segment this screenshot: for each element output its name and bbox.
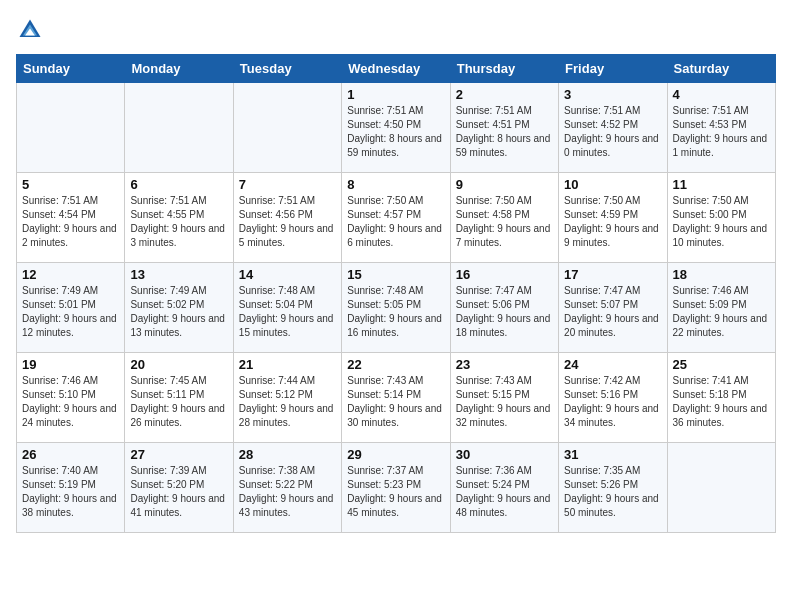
day-number: 11 bbox=[673, 177, 770, 192]
calendar-week-row: 26Sunrise: 7:40 AM Sunset: 5:19 PM Dayli… bbox=[17, 443, 776, 533]
day-info: Sunrise: 7:41 AM Sunset: 5:18 PM Dayligh… bbox=[673, 374, 770, 430]
day-info: Sunrise: 7:40 AM Sunset: 5:19 PM Dayligh… bbox=[22, 464, 119, 520]
calendar-cell: 30Sunrise: 7:36 AM Sunset: 5:24 PM Dayli… bbox=[450, 443, 558, 533]
calendar-cell: 1Sunrise: 7:51 AM Sunset: 4:50 PM Daylig… bbox=[342, 83, 450, 173]
day-info: Sunrise: 7:50 AM Sunset: 4:57 PM Dayligh… bbox=[347, 194, 444, 250]
calendar-cell bbox=[17, 83, 125, 173]
day-number: 19 bbox=[22, 357, 119, 372]
calendar-cell: 21Sunrise: 7:44 AM Sunset: 5:12 PM Dayli… bbox=[233, 353, 341, 443]
day-number: 22 bbox=[347, 357, 444, 372]
calendar-table: SundayMondayTuesdayWednesdayThursdayFrid… bbox=[16, 54, 776, 533]
calendar-cell: 8Sunrise: 7:50 AM Sunset: 4:57 PM Daylig… bbox=[342, 173, 450, 263]
calendar-cell: 11Sunrise: 7:50 AM Sunset: 5:00 PM Dayli… bbox=[667, 173, 775, 263]
day-number: 21 bbox=[239, 357, 336, 372]
day-number: 29 bbox=[347, 447, 444, 462]
calendar-cell: 7Sunrise: 7:51 AM Sunset: 4:56 PM Daylig… bbox=[233, 173, 341, 263]
calendar-cell: 10Sunrise: 7:50 AM Sunset: 4:59 PM Dayli… bbox=[559, 173, 667, 263]
weekday-header: Tuesday bbox=[233, 55, 341, 83]
calendar-cell: 5Sunrise: 7:51 AM Sunset: 4:54 PM Daylig… bbox=[17, 173, 125, 263]
day-number: 2 bbox=[456, 87, 553, 102]
calendar-week-row: 19Sunrise: 7:46 AM Sunset: 5:10 PM Dayli… bbox=[17, 353, 776, 443]
day-info: Sunrise: 7:45 AM Sunset: 5:11 PM Dayligh… bbox=[130, 374, 227, 430]
weekday-header: Wednesday bbox=[342, 55, 450, 83]
day-number: 26 bbox=[22, 447, 119, 462]
calendar-cell: 25Sunrise: 7:41 AM Sunset: 5:18 PM Dayli… bbox=[667, 353, 775, 443]
calendar-cell bbox=[233, 83, 341, 173]
calendar-week-row: 12Sunrise: 7:49 AM Sunset: 5:01 PM Dayli… bbox=[17, 263, 776, 353]
day-info: Sunrise: 7:50 AM Sunset: 5:00 PM Dayligh… bbox=[673, 194, 770, 250]
day-number: 17 bbox=[564, 267, 661, 282]
calendar-cell: 23Sunrise: 7:43 AM Sunset: 5:15 PM Dayli… bbox=[450, 353, 558, 443]
day-info: Sunrise: 7:38 AM Sunset: 5:22 PM Dayligh… bbox=[239, 464, 336, 520]
day-info: Sunrise: 7:48 AM Sunset: 5:05 PM Dayligh… bbox=[347, 284, 444, 340]
day-info: Sunrise: 7:50 AM Sunset: 4:58 PM Dayligh… bbox=[456, 194, 553, 250]
day-number: 31 bbox=[564, 447, 661, 462]
calendar-cell: 22Sunrise: 7:43 AM Sunset: 5:14 PM Dayli… bbox=[342, 353, 450, 443]
calendar-cell: 4Sunrise: 7:51 AM Sunset: 4:53 PM Daylig… bbox=[667, 83, 775, 173]
weekday-header: Thursday bbox=[450, 55, 558, 83]
day-info: Sunrise: 7:46 AM Sunset: 5:09 PM Dayligh… bbox=[673, 284, 770, 340]
calendar-cell: 17Sunrise: 7:47 AM Sunset: 5:07 PM Dayli… bbox=[559, 263, 667, 353]
calendar-cell: 12Sunrise: 7:49 AM Sunset: 5:01 PM Dayli… bbox=[17, 263, 125, 353]
calendar-week-row: 5Sunrise: 7:51 AM Sunset: 4:54 PM Daylig… bbox=[17, 173, 776, 263]
calendar-cell bbox=[667, 443, 775, 533]
day-info: Sunrise: 7:39 AM Sunset: 5:20 PM Dayligh… bbox=[130, 464, 227, 520]
day-info: Sunrise: 7:37 AM Sunset: 5:23 PM Dayligh… bbox=[347, 464, 444, 520]
day-number: 13 bbox=[130, 267, 227, 282]
day-info: Sunrise: 7:43 AM Sunset: 5:15 PM Dayligh… bbox=[456, 374, 553, 430]
day-info: Sunrise: 7:51 AM Sunset: 4:53 PM Dayligh… bbox=[673, 104, 770, 160]
calendar-cell: 28Sunrise: 7:38 AM Sunset: 5:22 PM Dayli… bbox=[233, 443, 341, 533]
day-info: Sunrise: 7:49 AM Sunset: 5:01 PM Dayligh… bbox=[22, 284, 119, 340]
day-number: 25 bbox=[673, 357, 770, 372]
day-info: Sunrise: 7:51 AM Sunset: 4:55 PM Dayligh… bbox=[130, 194, 227, 250]
day-info: Sunrise: 7:51 AM Sunset: 4:50 PM Dayligh… bbox=[347, 104, 444, 160]
day-info: Sunrise: 7:35 AM Sunset: 5:26 PM Dayligh… bbox=[564, 464, 661, 520]
day-info: Sunrise: 7:46 AM Sunset: 5:10 PM Dayligh… bbox=[22, 374, 119, 430]
day-number: 6 bbox=[130, 177, 227, 192]
day-number: 18 bbox=[673, 267, 770, 282]
day-number: 10 bbox=[564, 177, 661, 192]
calendar-body: 1Sunrise: 7:51 AM Sunset: 4:50 PM Daylig… bbox=[17, 83, 776, 533]
day-info: Sunrise: 7:44 AM Sunset: 5:12 PM Dayligh… bbox=[239, 374, 336, 430]
day-info: Sunrise: 7:36 AM Sunset: 5:24 PM Dayligh… bbox=[456, 464, 553, 520]
day-info: Sunrise: 7:51 AM Sunset: 4:54 PM Dayligh… bbox=[22, 194, 119, 250]
day-info: Sunrise: 7:51 AM Sunset: 4:52 PM Dayligh… bbox=[564, 104, 661, 160]
calendar-header: SundayMondayTuesdayWednesdayThursdayFrid… bbox=[17, 55, 776, 83]
day-info: Sunrise: 7:47 AM Sunset: 5:07 PM Dayligh… bbox=[564, 284, 661, 340]
day-number: 9 bbox=[456, 177, 553, 192]
day-info: Sunrise: 7:47 AM Sunset: 5:06 PM Dayligh… bbox=[456, 284, 553, 340]
calendar-cell: 31Sunrise: 7:35 AM Sunset: 5:26 PM Dayli… bbox=[559, 443, 667, 533]
calendar-cell: 20Sunrise: 7:45 AM Sunset: 5:11 PM Dayli… bbox=[125, 353, 233, 443]
day-number: 7 bbox=[239, 177, 336, 192]
day-number: 8 bbox=[347, 177, 444, 192]
calendar-cell: 16Sunrise: 7:47 AM Sunset: 5:06 PM Dayli… bbox=[450, 263, 558, 353]
day-info: Sunrise: 7:50 AM Sunset: 4:59 PM Dayligh… bbox=[564, 194, 661, 250]
weekday-header: Saturday bbox=[667, 55, 775, 83]
weekday-header: Monday bbox=[125, 55, 233, 83]
day-number: 20 bbox=[130, 357, 227, 372]
weekday-header: Sunday bbox=[17, 55, 125, 83]
logo-icon bbox=[16, 16, 44, 44]
calendar-cell: 13Sunrise: 7:49 AM Sunset: 5:02 PM Dayli… bbox=[125, 263, 233, 353]
day-number: 3 bbox=[564, 87, 661, 102]
calendar-cell: 2Sunrise: 7:51 AM Sunset: 4:51 PM Daylig… bbox=[450, 83, 558, 173]
day-number: 24 bbox=[564, 357, 661, 372]
calendar-cell: 19Sunrise: 7:46 AM Sunset: 5:10 PM Dayli… bbox=[17, 353, 125, 443]
day-number: 27 bbox=[130, 447, 227, 462]
day-info: Sunrise: 7:43 AM Sunset: 5:14 PM Dayligh… bbox=[347, 374, 444, 430]
calendar-cell: 9Sunrise: 7:50 AM Sunset: 4:58 PM Daylig… bbox=[450, 173, 558, 263]
calendar-cell: 6Sunrise: 7:51 AM Sunset: 4:55 PM Daylig… bbox=[125, 173, 233, 263]
page-header bbox=[16, 16, 776, 44]
calendar-cell: 18Sunrise: 7:46 AM Sunset: 5:09 PM Dayli… bbox=[667, 263, 775, 353]
day-info: Sunrise: 7:51 AM Sunset: 4:56 PM Dayligh… bbox=[239, 194, 336, 250]
calendar-cell: 24Sunrise: 7:42 AM Sunset: 5:16 PM Dayli… bbox=[559, 353, 667, 443]
day-number: 16 bbox=[456, 267, 553, 282]
day-number: 4 bbox=[673, 87, 770, 102]
calendar-cell: 29Sunrise: 7:37 AM Sunset: 5:23 PM Dayli… bbox=[342, 443, 450, 533]
calendar-cell: 15Sunrise: 7:48 AM Sunset: 5:05 PM Dayli… bbox=[342, 263, 450, 353]
day-number: 28 bbox=[239, 447, 336, 462]
day-info: Sunrise: 7:48 AM Sunset: 5:04 PM Dayligh… bbox=[239, 284, 336, 340]
calendar-cell: 14Sunrise: 7:48 AM Sunset: 5:04 PM Dayli… bbox=[233, 263, 341, 353]
calendar-cell: 26Sunrise: 7:40 AM Sunset: 5:19 PM Dayli… bbox=[17, 443, 125, 533]
calendar-cell bbox=[125, 83, 233, 173]
